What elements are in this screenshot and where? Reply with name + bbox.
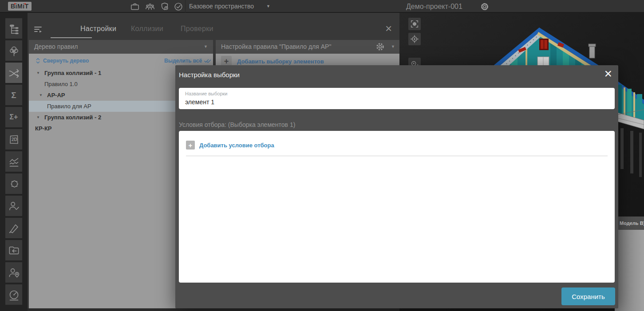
folder-export-icon <box>8 244 20 256</box>
app-screen: Модель В) Настройки Коллизии Проверки × … <box>0 0 644 311</box>
conditions-title: Условия отбора: (Выборка элементов 1) <box>179 121 295 128</box>
fit-to-view-button[interactable] <box>408 18 421 30</box>
tool-plugins[interactable] <box>5 173 22 194</box>
briefcase-icon <box>130 2 140 12</box>
shield-button[interactable] <box>159 1 170 12</box>
add-condition-button[interactable]: + Добавить условие отбора <box>186 141 274 150</box>
check-circle-icon <box>174 2 183 12</box>
tool-collisions-shuffle[interactable] <box>5 63 22 83</box>
fit-to-view-icon <box>410 19 419 29</box>
workspace-selector[interactable]: Базовое пространство <box>189 0 254 13</box>
modal-close-icon[interactable]: × <box>604 67 612 81</box>
topbar-divider <box>185 0 186 13</box>
top-bar: BiMiT <box>0 0 644 13</box>
gauge-icon <box>8 289 20 301</box>
trowel-icon <box>8 222 20 234</box>
tree-caret-icon[interactable]: ▼ <box>36 67 40 79</box>
rule-settings-header[interactable]: Настройка правила "Правило для АР" ▼ <box>216 40 399 54</box>
tool-user-location[interactable] <box>5 262 22 283</box>
panel-menu-icon[interactable] <box>33 24 44 35</box>
tool-folder-export[interactable] <box>5 240 22 260</box>
select-all-button[interactable]: Выделить всё <box>164 58 212 64</box>
project-settings-button[interactable] <box>479 1 490 12</box>
2d-view-icon: 2D <box>8 134 20 146</box>
sigma-plus-icon: Σ+ <box>10 114 18 121</box>
tool-sigma[interactable]: Σ <box>5 85 22 105</box>
user-check-icon <box>8 200 20 212</box>
team-button[interactable] <box>145 1 155 12</box>
sigma-icon: Σ <box>11 91 16 99</box>
panel-bottom-strip <box>28 308 399 311</box>
chevron-down-icon[interactable]: ▼ <box>391 40 395 54</box>
save-button[interactable]: Сохранить <box>561 287 615 305</box>
tool-structure-tree[interactable] <box>5 18 22 39</box>
chevron-down-icon[interactable]: ▼ <box>204 40 208 54</box>
double-check-icon <box>204 58 212 63</box>
tool-nature-tree[interactable] <box>5 40 22 61</box>
tool-2d-view[interactable]: 2D <box>5 129 22 150</box>
locate-target-button[interactable] <box>408 33 421 45</box>
conditions-divider <box>186 156 608 156</box>
line-chart-icon <box>8 156 20 168</box>
active-tab-underline <box>51 37 92 38</box>
rules-tree-header[interactable]: Дерево правил ▼ <box>29 40 213 54</box>
nature-tree-icon <box>8 45 20 57</box>
tab-checks[interactable]: Проверки <box>181 25 213 33</box>
shuffle-collisions-icon <box>8 67 20 79</box>
user-location-icon <box>8 267 20 279</box>
selection-settings-modal: Настройка выборки × Название выборки эле… <box>175 65 618 308</box>
conditions-box: + Добавить условие отбора <box>179 131 615 283</box>
verify-button[interactable] <box>173 1 184 12</box>
projects-button[interactable] <box>130 1 140 12</box>
plus-icon: + <box>186 141 195 150</box>
app-logo: BiMiT <box>8 2 32 11</box>
puzzle-plugin-icon <box>8 178 20 190</box>
rule-gear-icon[interactable] <box>375 42 385 52</box>
rules-tree-title: Дерево правил <box>34 40 78 54</box>
rule-settings-title: Настройка правила "Правило для АР" <box>221 40 331 54</box>
shield-user-icon <box>160 2 170 12</box>
structure-tree-icon <box>8 23 20 35</box>
tab-collisions[interactable]: Коллизии <box>131 25 163 33</box>
tab-settings[interactable]: Настройки <box>80 25 116 33</box>
locate-target-icon <box>410 34 419 44</box>
tool-user-check[interactable] <box>5 196 22 216</box>
tree-caret-icon[interactable]: ▼ <box>36 112 40 123</box>
tree-caret-icon[interactable]: ▼ <box>39 90 43 101</box>
side-panel-edge <box>615 230 644 311</box>
tool-sigma-plus[interactable]: Σ+ <box>5 107 22 127</box>
tool-gauge[interactable] <box>5 284 22 305</box>
sort-arrows-icon <box>36 58 40 64</box>
tool-rail: Σ Σ+ 2D <box>0 13 28 311</box>
modal-title: Настройка выборки <box>179 71 240 79</box>
svg-text:2D: 2D <box>11 137 17 142</box>
chevron-down-icon[interactable]: ▼ <box>266 0 270 13</box>
settings-gear-icon <box>480 2 490 12</box>
project-title: Демо-проект-001 <box>406 0 462 13</box>
collapse-tree-button[interactable]: Свернуть дерево <box>36 58 89 64</box>
team-icon <box>145 2 155 12</box>
selection-name-value: элемент 1 <box>185 98 214 106</box>
panel-close-icon[interactable]: × <box>385 23 392 34</box>
tool-trowel[interactable] <box>5 218 22 238</box>
selection-name-label: Название выборки <box>185 91 227 96</box>
selection-name-field[interactable]: Название выборки элемент 1 <box>179 88 615 109</box>
tool-line-chart[interactable] <box>5 151 22 172</box>
